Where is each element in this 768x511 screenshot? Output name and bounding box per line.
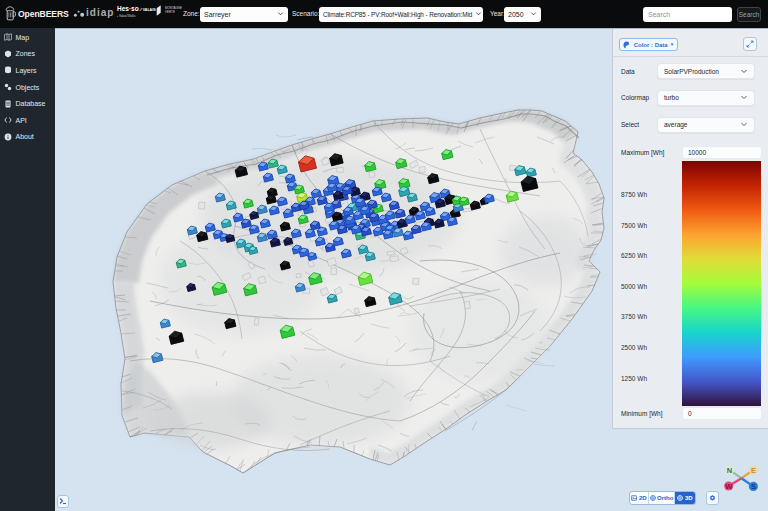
svg-text:N: N <box>727 466 732 475</box>
svg-text:S: S <box>751 482 756 491</box>
svg-text:E: E <box>751 466 756 475</box>
svg-text:W: W <box>725 482 733 491</box>
